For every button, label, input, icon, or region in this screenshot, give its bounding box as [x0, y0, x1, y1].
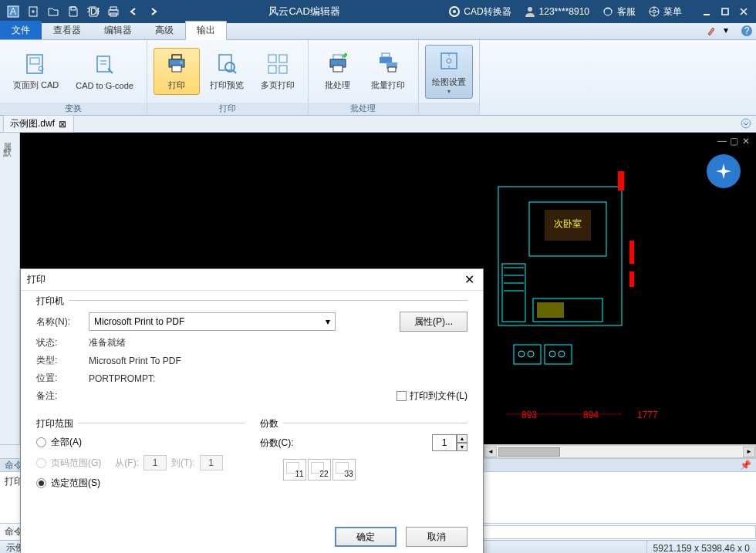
ribbon-batch-print[interactable]: 批量打印 [364, 48, 412, 95]
copies-up-button[interactable]: ▲ [457, 434, 467, 443]
copies-label: 份数(C): [260, 437, 294, 450]
user-label: 123****8910 [539, 6, 589, 17]
ribbon-batch[interactable]: 批处理 [315, 48, 361, 95]
printer-section-label: 打印机 [36, 295, 69, 308]
hscroll-right-button[interactable]: ► [743, 447, 755, 457]
ribbon-group-transform-label: 变换 [0, 103, 147, 115]
properties-button[interactable]: 属性(P)... [400, 312, 467, 332]
canvas-close-icon[interactable]: ✕ [742, 136, 753, 147]
menu-tab-file[interactable]: 文件 [0, 21, 42, 39]
save-icon[interactable] [65, 3, 82, 20]
copies-section-label: 份数 [260, 417, 283, 430]
ribbon-print[interactable]: 打印 [154, 48, 200, 95]
document-tab[interactable]: 示例图.dwf ⊠ [3, 115, 74, 133]
close-button[interactable] [734, 2, 753, 21]
style-icon[interactable] [707, 25, 719, 37]
menu-tab-output[interactable]: 输出 [185, 21, 227, 40]
collate-icons: 11 22 33 [283, 459, 468, 481]
print-to-file-checkbox[interactable] [397, 391, 407, 401]
ribbon-page-to-cad[interactable]: 页面到 CAD [6, 48, 66, 95]
type-value: Microsoft Print To PDF [89, 356, 181, 366]
where-label: 位置: [36, 372, 83, 385]
svg-point-11 [453, 10, 456, 13]
app-logo-icon[interactable]: A [5, 3, 22, 20]
svg-rect-49 [388, 67, 396, 72]
cancel-button[interactable]: 取消 [406, 527, 467, 547]
ok-button[interactable]: 确定 [335, 527, 397, 547]
printer-select[interactable]: Microsoft Print to PDF ▾ [89, 312, 336, 331]
left-panel-label-1[interactable]: 默 [0, 139, 15, 145]
open-icon[interactable] [45, 3, 62, 20]
hscroll-left-button[interactable]: ◄ [484, 447, 497, 457]
svg-rect-34 [172, 66, 181, 72]
document-tab-label: 示例图.dwf [10, 117, 55, 130]
canvas-min-icon[interactable]: — [717, 136, 728, 147]
name-label: 名称(N): [36, 315, 83, 329]
dropdown-icon[interactable]: ▾ [724, 25, 736, 37]
hscroll-track[interactable]: ◄ ► [484, 445, 756, 458]
svg-text:893: 893 [521, 410, 537, 420]
converter-label: CAD转换器 [464, 5, 511, 19]
maximize-button[interactable] [716, 2, 734, 21]
range-all-radio[interactable] [36, 437, 46, 447]
ribbon-print-preview[interactable]: 打印预览 [203, 48, 251, 95]
menu-tab-editor[interactable]: 编辑器 [93, 21, 143, 39]
ribbon: 页面到 CAD CAD to G-code 变换 打印 打印预览 多页打印 打印 [0, 40, 756, 116]
chevron-down-icon: ▾ [326, 316, 330, 327]
range-all-label: 全部(A) [51, 436, 82, 449]
menu-button[interactable]: 菜单 [645, 5, 685, 19]
document-tab-close[interactable]: ⊠ [58, 120, 67, 129]
support-button[interactable]: 客服 [599, 5, 639, 19]
ribbon-draw-settings[interactable]: 绘图设置 ▾ [425, 45, 473, 99]
copies-input[interactable] [432, 434, 457, 451]
redo-icon[interactable] [145, 3, 162, 20]
ribbon-multipage-print[interactable]: 多页打印 [254, 48, 302, 95]
svg-rect-32 [172, 55, 181, 59]
copies-down-button[interactable]: ▼ [457, 443, 467, 451]
range-selection-radio[interactable] [36, 478, 46, 488]
svg-text:894: 894 [583, 410, 599, 420]
dialog-title: 打印 [27, 273, 461, 286]
svg-text:PDF: PDF [87, 6, 100, 17]
status-value: 准备就绪 [89, 336, 126, 349]
ribbon-cad-to-gcode[interactable]: CAD to G-code [69, 49, 140, 94]
to-input [200, 455, 223, 470]
from-label: 从(F): [115, 457, 139, 470]
svg-rect-5 [71, 7, 76, 10]
undo-icon[interactable] [125, 3, 142, 20]
new-icon[interactable] [25, 3, 42, 20]
hscroll-thumb[interactable] [498, 447, 560, 457]
svg-line-38 [233, 70, 236, 73]
menu-tab-advanced[interactable]: 高级 [143, 21, 185, 39]
page-icon-2: 22 [308, 459, 331, 481]
svg-point-35 [180, 62, 182, 64]
svg-text:?: ? [744, 25, 750, 36]
cad-converter-button[interactable]: CAD转换器 [445, 5, 514, 19]
menu-tab-viewer[interactable]: 查看器 [42, 21, 93, 39]
left-panel-label-0[interactable]: 属 [0, 133, 15, 139]
ribbon-group-print-label: 打印 [147, 103, 308, 115]
svg-text:1777: 1777 [637, 410, 658, 420]
print-dialog: 打印 ✕ 打印机 名称(N): Microsoft Print to PDF ▾… [20, 268, 484, 553]
canvas-max-icon[interactable]: ▢ [730, 136, 741, 147]
save-pdf-icon[interactable]: PDF [85, 3, 102, 20]
minimize-button[interactable] [697, 2, 716, 21]
chevron-down-icon: ▾ [447, 88, 451, 95]
user-button[interactable]: 123****8910 [521, 5, 592, 18]
batch-print-icon [376, 52, 400, 76]
app-title: 风云CAD编辑器 [164, 5, 445, 19]
svg-rect-72 [618, 171, 624, 191]
ribbon-group-batch-label: 批处理 [309, 103, 418, 115]
cmd-pin-icon[interactable]: 📌 [740, 460, 751, 470]
svg-rect-59 [502, 264, 525, 322]
doctabs-dropdown[interactable] [741, 118, 751, 131]
status-dims: 5921.159 x 5398.46 x 0 [647, 541, 756, 553]
support-label: 客服 [617, 5, 636, 19]
print-icon[interactable] [105, 3, 122, 20]
comment-label: 备注: [36, 389, 83, 403]
help-icon[interactable]: ? [741, 25, 753, 37]
dialog-close-button[interactable]: ✕ [461, 272, 477, 288]
svg-point-51 [447, 59, 451, 63]
svg-point-54 [741, 119, 751, 128]
draw-settings-icon [437, 49, 461, 73]
